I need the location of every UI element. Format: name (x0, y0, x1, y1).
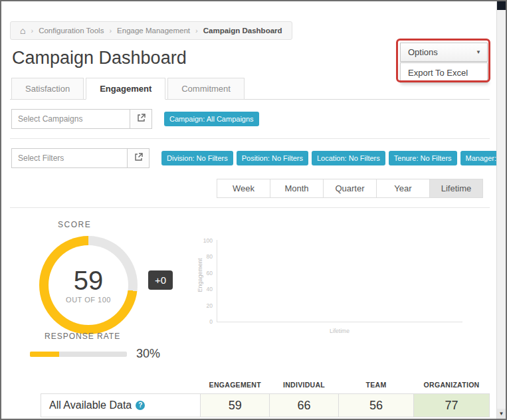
period-week-button[interactable]: Week (217, 179, 270, 198)
chart-y-ticks: 100 80 60 40 20 0 (198, 237, 213, 325)
column-header-individual: INDIVIDUAL (270, 377, 339, 394)
breadcrumb-separator-icon (195, 27, 198, 35)
y-tick: 40 (207, 286, 213, 292)
organization-value-cell: 77 (414, 394, 490, 417)
y-tick: 60 (207, 270, 213, 276)
breadcrumb-separator-icon (31, 27, 33, 35)
scrollbar-thumb[interactable] (497, 1, 506, 10)
chart-plot-area (217, 240, 462, 322)
tab-commitment[interactable]: Commitment (167, 78, 245, 100)
y-tick: 0 (209, 318, 213, 325)
breadcrumb-separator-icon (109, 27, 112, 35)
open-filter-picker-button[interactable] (127, 148, 150, 168)
location-filter-badge: Location: No Filters (312, 151, 385, 165)
score-section: SCORE 59 OUT OF 100 +0 Engagement 100 80… (10, 208, 490, 368)
external-link-icon (137, 113, 146, 125)
chart-x-tick: Lifetime (217, 328, 462, 334)
engagement-value-cell: 59 (201, 394, 270, 417)
vertical-scrollbar[interactable]: ▼ (496, 1, 506, 419)
app-window: ⌂ Configuration Tools Engage Management … (0, 0, 507, 420)
division-filter-badge: Division: No Filters (161, 151, 233, 165)
options-dropdown: Options ▼ Export To Excel (400, 43, 488, 83)
team-value-cell: 56 (338, 394, 413, 417)
score-value: 59 (66, 267, 111, 294)
home-icon[interactable]: ⌂ (20, 26, 25, 35)
caret-down-icon: ▼ (476, 49, 481, 55)
export-to-excel-menu-item[interactable]: Export To Excel (401, 63, 487, 82)
manager-filter-badge: Manager: No Filters (460, 151, 496, 165)
select-filters-input[interactable] (11, 148, 127, 168)
help-icon[interactable]: ? (136, 401, 145, 410)
score-gauge: 59 OUT OF 100 (39, 236, 138, 334)
response-rate-block: RESPONSE RATE 30% (30, 332, 160, 361)
score-delta-badge: +0 (148, 270, 173, 290)
position-filter-badge: Position: No Filters (237, 151, 308, 165)
period-year-button[interactable]: Year (376, 179, 430, 198)
tab-satisfaction[interactable]: Satisfaction (11, 78, 84, 100)
external-link-icon (134, 152, 143, 164)
column-header-empty (41, 377, 201, 394)
column-header-organization: ORGANIZATION (414, 377, 490, 394)
options-menu: Export To Excel (400, 62, 488, 83)
breadcrumb-item-configuration-tools[interactable]: Configuration Tools (39, 27, 104, 35)
summary-table: ENGAGEMENT INDIVIDUAL TEAM ORGANIZATION … (41, 377, 490, 417)
response-rate-bar (30, 352, 127, 357)
score-label: SCORE (58, 220, 490, 229)
engagement-trend-chart: Engagement 100 80 60 40 20 0 Lifetime (193, 237, 472, 344)
score-gauge-center: 59 OUT OF 100 (66, 267, 111, 304)
campaign-input-group (11, 109, 152, 129)
y-tick: 80 (207, 253, 213, 260)
open-campaign-picker-button[interactable] (130, 109, 152, 129)
row-label: All Available Data (49, 399, 132, 411)
response-rate-fill (30, 352, 59, 357)
campaign-filter-badge: Campaign: All Campaigns (164, 112, 259, 126)
campaign-selector-row: Campaign: All Campaigns (10, 100, 490, 138)
filter-selector-row: Division: No Filters Position: No Filter… (10, 139, 490, 177)
tab-engagement[interactable]: Engagement (86, 78, 165, 100)
column-header-engagement: ENGAGEMENT (201, 377, 270, 394)
filter-badges: Division: No Filters Position: No Filter… (161, 151, 496, 165)
breadcrumb-item-campaign-dashboard: Campaign Dashboard (203, 27, 282, 35)
period-button-group: Week Month Quarter Year Lifetime (10, 177, 490, 207)
individual-value-cell: 66 (270, 394, 339, 417)
summary-table-header-row: ENGAGEMENT INDIVIDUAL TEAM ORGANIZATION (41, 377, 490, 394)
period-lifetime-button[interactable]: Lifetime (429, 179, 483, 198)
period-quarter-button[interactable]: Quarter (323, 179, 377, 198)
breadcrumb-item-engage-management[interactable]: Engage Management (117, 27, 190, 35)
response-rate-value: 30% (136, 347, 160, 361)
breadcrumb: ⌂ Configuration Tools Engage Management … (10, 21, 292, 40)
table-row: All Available Data? 59 66 56 77 (41, 394, 490, 417)
options-button-label: Options (408, 47, 438, 57)
response-rate-label: RESPONSE RATE (45, 332, 160, 341)
y-tick: 20 (207, 302, 213, 309)
row-label-cell: All Available Data? (41, 394, 201, 417)
select-campaigns-input[interactable] (11, 109, 130, 129)
column-header-team: TEAM (338, 377, 413, 394)
tenure-filter-badge: Tenure: No Filters (389, 151, 457, 165)
filter-input-group (11, 148, 150, 168)
period-month-button[interactable]: Month (270, 179, 324, 198)
score-caption: OUT OF 100 (66, 296, 111, 304)
options-button[interactable]: Options ▼ (400, 43, 488, 62)
scroll-down-arrow-icon[interactable]: ▼ (497, 409, 506, 419)
y-tick: 100 (203, 237, 213, 244)
